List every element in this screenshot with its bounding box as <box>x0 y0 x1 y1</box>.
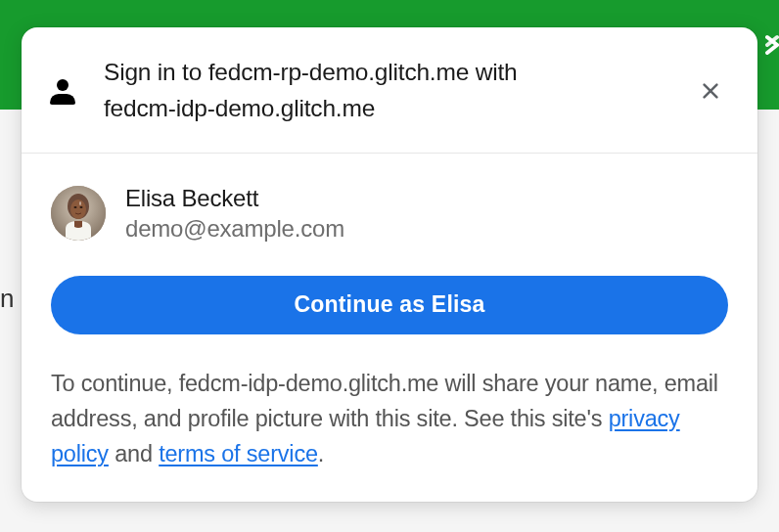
account-email: demo@example.com <box>125 215 344 243</box>
terms-of-service-link[interactable]: terms of service <box>159 441 318 466</box>
continue-button[interactable]: Continue as Elisa <box>51 276 728 334</box>
close-icon <box>700 80 721 102</box>
avatar <box>51 186 106 241</box>
disclosure-text: To continue, fedcm-idp-demo.glitch.me wi… <box>51 366 728 472</box>
close-button[interactable] <box>693 73 728 109</box>
svg-point-4 <box>80 206 83 208</box>
svg-point-2 <box>70 200 86 219</box>
background-clipped-text: n <box>0 284 14 314</box>
signin-dialog: Sign in to fedcm-rp-demo.glitch.me with … <box>22 27 757 502</box>
svg-point-5 <box>79 201 81 205</box>
account-name: Elisa Beckett <box>125 185 344 212</box>
dialog-title-line2: fedcm-idp-demo.glitch.me <box>104 95 375 121</box>
dialog-title: Sign in to fedcm-rp-demo.glitch.me with … <box>104 55 677 127</box>
dialog-title-line1: Sign in to fedcm-rp-demo.glitch.me with <box>104 59 517 85</box>
svg-point-3 <box>74 206 77 208</box>
dialog-body: Elisa Beckett demo@example.com Continue … <box>22 154 757 502</box>
person-icon <box>49 77 76 105</box>
dialog-header: Sign in to fedcm-rp-demo.glitch.me with … <box>22 27 757 154</box>
header-clipped-icons <box>765 31 779 59</box>
disclosure-separator: and <box>109 441 159 466</box>
account-row[interactable]: Elisa Beckett demo@example.com <box>51 185 728 243</box>
account-info: Elisa Beckett demo@example.com <box>125 185 344 243</box>
disclosure-suffix: . <box>318 441 324 466</box>
